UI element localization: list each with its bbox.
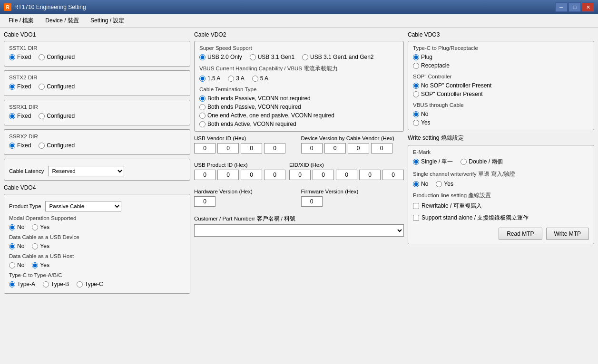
single-channel-label: Single channel write/verify 單邊 寫入/驗證 [413,171,589,178]
ssrx1-row: Fixed Configured [9,113,185,119]
cable-vdo4-title: Cable VDO4 [4,184,190,191]
fw-ver-0[interactable] [301,196,323,207]
eid-2[interactable] [336,170,357,180]
sop-yes[interactable]: SOP" Controller Present [413,91,589,97]
vbus-through-options: No Yes [413,111,589,126]
typec-abc-label: Type-C to Type-A/B/C [9,272,185,278]
vdo4-group: Product Type Passive Cable Active Cable … [4,194,190,294]
emark-double[interactable]: Double / 兩個 [461,158,503,166]
modal-op-no[interactable]: No [9,224,24,230]
cable-latency-label: Cable Latency [9,168,44,174]
sstx1-configured[interactable]: Configured [39,54,75,60]
single-ch-yes[interactable]: Yes [436,181,453,187]
typec-plug[interactable]: Plug [413,54,589,60]
close-button[interactable]: ✕ [582,2,594,12]
eid-1[interactable] [313,170,334,180]
customer-dropdown-wrap [194,224,404,237]
minimize-button[interactable]: ─ [555,2,568,12]
ssrx1-group: SSRX1 DIR Fixed Configured [4,100,190,125]
customer-part-select[interactable] [194,224,404,237]
fw-version-inputs [301,196,404,207]
vbus-1-5a[interactable]: 1.5 A [199,75,220,82]
ssrx1-configured[interactable]: Configured [39,113,75,119]
ssrx2-configured[interactable]: Configured [39,142,75,149]
menu-setting[interactable]: Setting / 設定 [86,15,129,27]
hw-version-section: Hardware Version (Hex) [194,189,297,207]
modal-op-yes[interactable]: Yes [32,224,49,230]
vendor-id-1[interactable] [217,143,239,153]
product-id-3[interactable] [264,170,285,180]
usb-vendor-id-section: USB Vendor ID (Hex) [194,135,297,153]
sop-controller-label: SOP" Controller [413,74,589,79]
ssrx2-fixed[interactable]: Fixed [9,142,31,149]
read-mtp-button[interactable]: Read MTP [499,228,542,240]
ss-usb31-gen1[interactable]: USB 3.1 Gen1 [250,54,294,60]
device-version-inputs [301,143,404,153]
single-channel-row: No Yes [413,181,589,187]
sstx2-fixed[interactable]: Fixed [9,83,31,90]
rewritable-option[interactable]: Rewritable / 可重複寫入 [413,202,589,210]
device-ver-0[interactable] [301,143,323,153]
title-bar: R RT1710 Engineering Setting ─ □ ✕ [0,0,598,14]
write-mtp-button[interactable]: Write MTP [546,228,589,240]
eid-xid-section: EID/XID (Hex) [289,162,404,180]
typec-type-c[interactable]: Type-C [77,281,103,287]
single-ch-no[interactable]: No [413,181,428,187]
production-line-label: Production line setting 產線設置 [413,192,589,199]
hw-version-label: Hardware Version (Hex) [194,189,297,194]
data-usb-device-no[interactable]: No [9,243,24,249]
typec-receptacle[interactable]: Receptacle [413,62,589,69]
hw-ver-0[interactable] [194,196,216,207]
menu-bar: File / 檔案 Device / 裝置 Setting / 設定 [0,14,598,28]
vbus-through-yes[interactable]: Yes [413,119,589,126]
product-id-1[interactable] [217,170,239,180]
typec-type-a[interactable]: Type-A [9,281,35,287]
data-usb-host-no[interactable]: No [9,262,24,268]
menu-device[interactable]: Device / 裝置 [40,15,84,27]
stand-alone-option[interactable]: Support stand alone / 支援燒錄板獨立運作 [413,214,589,222]
window-title: RT1710 Engineering Setting [14,4,86,10]
eid-3[interactable] [359,170,381,180]
ss-usb2[interactable]: USB 2.0 Only [199,54,242,60]
vbus-5a[interactable]: 5 A [252,75,268,82]
term-both-active[interactable]: Both ends Active, VCONN required [199,121,399,127]
product-id-2[interactable] [241,170,262,180]
production-line-options: Rewritable / 可重複寫入 Support stand alone /… [413,202,589,224]
emark-label: E-Mark [413,149,589,155]
sstx1-fixed[interactable]: Fixed [9,54,31,60]
term-one-active[interactable]: One end Active, one end pasive, VCONN re… [199,112,399,119]
stand-alone-checkbox[interactable] [413,215,419,221]
data-usb-device-yes[interactable]: Yes [32,243,49,249]
data-cable-usb-host-label: Data Cable as a USB Host [9,253,185,259]
ss-usb31-gen1-2[interactable]: USB 3.1 Gen1 and Gen2 [302,54,373,60]
vbus-3a[interactable]: 3 A [228,75,244,82]
sop-no[interactable]: No SOP" Controller Present [413,82,589,89]
emark-single[interactable]: Single / 單一 [413,158,453,166]
vendor-id-3[interactable] [264,143,285,153]
device-ver-1[interactable] [324,143,346,153]
cable-latency-row: Cable Latency Reserved [9,166,185,176]
sstx1-label: SSTX1 DIR [9,45,185,51]
left-column: Cable VDO1 SSTX1 DIR Fixed Configured SS… [4,31,190,360]
product-type-select[interactable]: Passive Cable Active Cable Other [45,201,121,211]
device-ver-2[interactable] [348,143,369,153]
device-ver-3[interactable] [371,143,392,153]
menu-file[interactable]: File / 檔案 [4,15,39,27]
ssrx1-fixed[interactable]: Fixed [9,113,31,119]
eid-0[interactable] [289,170,311,180]
typec-type-b[interactable]: Type-B [43,281,69,287]
vendor-id-0[interactable] [194,143,216,153]
vbus-through-no[interactable]: No [413,111,589,117]
eid-4[interactable] [382,170,404,180]
data-usb-host-yes[interactable]: Yes [32,262,49,268]
maximize-button[interactable]: □ [569,2,581,12]
sstx1-group: SSTX1 DIR Fixed Configured [4,41,190,67]
modal-op-row: No Yes [9,224,185,230]
product-id-0[interactable] [194,170,216,180]
rewritable-checkbox[interactable] [413,203,419,209]
vendor-id-2[interactable] [241,143,262,153]
sstx2-configured[interactable]: Configured [39,83,75,90]
term-both-passive-no[interactable]: Both ends Passive, VCONN not required [199,95,399,102]
term-both-passive-yes[interactable]: Both ends Passive, VCONN required [199,104,399,110]
cable-latency-select[interactable]: Reserved [48,166,124,176]
